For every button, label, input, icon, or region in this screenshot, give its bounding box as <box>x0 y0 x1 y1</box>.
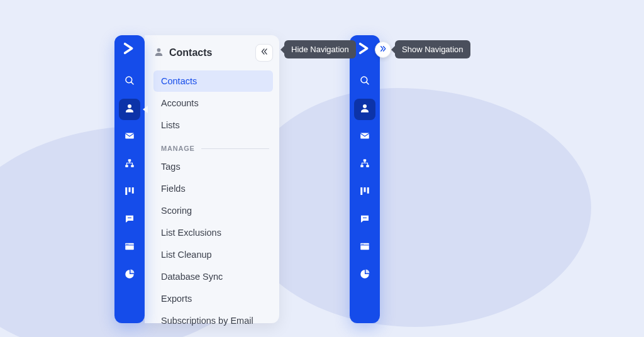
subnav-item-scoring[interactable]: Scoring <box>153 200 273 221</box>
pie-chart-icon <box>124 268 135 282</box>
search-icon <box>124 75 135 89</box>
nav-campaigns[interactable] <box>354 126 375 148</box>
nav-deals[interactable] <box>119 182 140 203</box>
subnav-section-label: MANAGE <box>161 145 195 152</box>
flow-icon <box>359 158 370 172</box>
flow-icon <box>124 158 135 172</box>
subnav-item-exports[interactable]: Exports <box>153 288 273 309</box>
nav-reports[interactable] <box>354 265 375 286</box>
svg-rect-7 <box>125 187 127 195</box>
subnav-section-header: MANAGE <box>161 145 273 152</box>
nav-reports[interactable] <box>119 265 140 286</box>
svg-point-2 <box>128 104 131 108</box>
nav-search[interactable] <box>119 71 140 92</box>
kanban-icon <box>124 185 135 199</box>
subnav-item-accounts[interactable]: Accounts <box>153 92 273 114</box>
person-icon <box>153 47 164 60</box>
brand-logo-icon <box>123 41 136 55</box>
brand-logo-icon <box>358 41 372 55</box>
subnav-item-tags[interactable]: Tags <box>153 156 273 177</box>
secondary-nav-panel: Contacts Contacts Accounts Lists MANAGE … <box>145 35 279 323</box>
chevron-double-right-icon <box>379 44 387 55</box>
search-icon <box>359 75 370 89</box>
subnav-item-list-exclusions[interactable]: List Exclusions <box>153 222 273 243</box>
svg-rect-20 <box>360 133 369 139</box>
nav-site[interactable] <box>354 237 375 258</box>
subnav-item-subscriptions[interactable]: Subscriptions by Email <box>153 310 273 331</box>
bg-blob <box>239 88 591 327</box>
svg-point-14 <box>126 244 127 245</box>
svg-rect-22 <box>360 165 364 167</box>
subnav-item-lists[interactable]: Lists <box>153 114 273 136</box>
hide-navigation-button[interactable] <box>255 44 273 62</box>
person-icon <box>124 102 135 116</box>
svg-point-19 <box>363 104 367 108</box>
nav-search[interactable] <box>354 71 375 92</box>
kanban-icon <box>359 185 370 199</box>
tooltip-hide-navigation: Hide Navigation <box>284 40 356 58</box>
svg-rect-5 <box>125 165 128 167</box>
person-icon <box>359 102 370 116</box>
nav-site[interactable] <box>119 237 140 258</box>
svg-rect-9 <box>132 187 134 194</box>
subnav-item-fields[interactable]: Fields <box>153 178 273 199</box>
browser-icon <box>359 241 370 255</box>
show-navigation-button[interactable] <box>375 41 391 58</box>
divider <box>201 148 269 149</box>
nav-conversations[interactable] <box>354 209 375 231</box>
nav-expanded-example: Contacts Contacts Accounts Lists MANAGE … <box>114 35 145 323</box>
subnav-item-contacts[interactable]: Contacts <box>153 70 273 92</box>
nav-contacts[interactable] <box>119 99 140 120</box>
tooltip-show-navigation: Show Navigation <box>395 40 470 58</box>
nav-conversations[interactable] <box>119 209 140 231</box>
svg-rect-6 <box>131 165 134 167</box>
browser-icon <box>124 241 135 255</box>
svg-rect-3 <box>125 133 134 139</box>
svg-rect-23 <box>366 165 369 167</box>
nav-automations[interactable] <box>354 154 375 175</box>
nav-campaigns[interactable] <box>119 126 140 148</box>
svg-rect-8 <box>129 187 131 192</box>
nav-collapsed-example: .scene-b .rail-item.active::after{displa… <box>350 35 380 323</box>
chat-icon <box>124 213 135 227</box>
svg-rect-26 <box>367 187 369 194</box>
svg-line-18 <box>367 82 369 84</box>
subnav-item-list-cleanup[interactable]: List Cleanup <box>153 244 273 265</box>
svg-rect-25 <box>364 187 366 192</box>
svg-point-16 <box>157 48 161 52</box>
mail-icon <box>359 130 370 144</box>
chat-icon <box>359 213 370 227</box>
primary-nav-rail <box>350 35 380 323</box>
nav-deals[interactable] <box>354 182 375 203</box>
subnav-item-database-sync[interactable]: Database Sync <box>153 266 273 287</box>
chevron-double-left-icon <box>260 47 269 58</box>
nav-automations[interactable] <box>119 154 140 175</box>
panel-title: Contacts <box>169 47 212 58</box>
svg-point-30 <box>362 244 362 245</box>
nav-contacts[interactable] <box>354 99 375 120</box>
svg-rect-4 <box>128 159 131 162</box>
svg-point-31 <box>363 244 364 245</box>
mail-icon <box>124 130 135 144</box>
pie-chart-icon <box>359 268 370 282</box>
svg-rect-24 <box>360 187 362 195</box>
svg-point-15 <box>128 244 128 245</box>
svg-rect-21 <box>364 159 367 162</box>
primary-nav-rail <box>114 35 145 323</box>
svg-line-1 <box>131 82 133 84</box>
